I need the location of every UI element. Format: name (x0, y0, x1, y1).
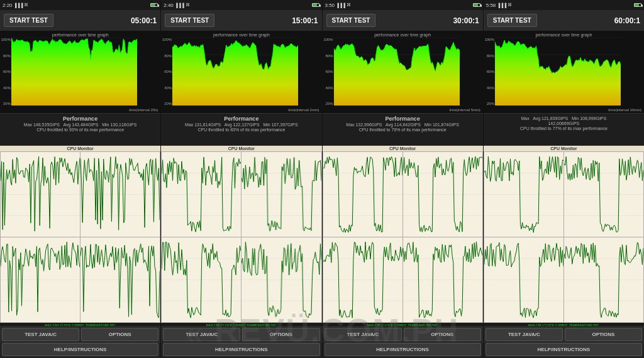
cpu-core-canvas-2 (484, 237, 564, 322)
graph-label: performance over time graph (374, 33, 431, 37)
help-button[interactable]: HELP/INSTRUCTIONS (325, 343, 481, 356)
cpu-monitor: CPU Monitor MAX CPU CLOCK:2,008HZ; TEMPE… (323, 146, 483, 326)
perf-stats-section: Max Avg 121,839GIPS Min 108,999GIPS 142,… (484, 113, 644, 146)
perf-stats-section: Performance Max 131,614GIPS Avg 122,137G… (161, 113, 321, 146)
y-label: 40% (323, 86, 333, 90)
timer-display: 15:00:1 (292, 16, 318, 25)
phone-screen-3: 3:50 ▐▐▐ ⌘ START TEST 30:00:1 performanc… (323, 0, 484, 358)
cpu-core-canvas-3 (80, 237, 160, 322)
cpu-core-2 (323, 237, 402, 322)
start-test-button[interactable]: START TEST (4, 14, 53, 27)
status-right (634, 3, 641, 7)
x-label: time(interval 10min) (608, 108, 641, 112)
perf-stats: Max 132,996GIPS Avg 114,642GIPS Min 101,… (325, 122, 480, 127)
help-button[interactable]: HELP/INSTRUCTIONS (163, 343, 319, 356)
perf-canvas (334, 38, 460, 106)
y-label: 80% (323, 54, 333, 58)
perf-throttle: CPU throttled to 83% of its max performa… (164, 127, 319, 132)
cpu-core-2 (162, 237, 241, 322)
cpu-core-canvas-0 (323, 152, 402, 237)
battery-icon (634, 3, 641, 7)
perf-canvas (172, 38, 298, 106)
options-button[interactable]: OPTIONS (242, 328, 319, 341)
test-java-button[interactable]: TEST JAVA/C (163, 328, 240, 341)
timer-display: 60:00:1 (614, 16, 640, 25)
cpu-core-canvas-0 (484, 152, 564, 237)
status-left: 2:40 ▐▐▐ ⌘ (164, 3, 189, 8)
cpu-core-canvas-1 (564, 152, 643, 237)
time-display: 2:40 (164, 3, 174, 8)
test-java-button[interactable]: TEST JAVA/C (325, 328, 402, 341)
help-button[interactable]: HELP/INSTRUCTIONS (2, 343, 158, 356)
perf-title: Performance (325, 116, 480, 122)
battery-icon (473, 3, 480, 7)
performance-graph: performance over time graph 100%80%60%40… (323, 31, 483, 113)
cpu-monitor-title: CPU Monitor (484, 146, 644, 151)
cpu-grid (161, 151, 321, 323)
status-bar: 5:58 ▐▐▐ ⌘ (484, 0, 644, 10)
y-label: 80% (1, 54, 11, 58)
help-button[interactable]: HELP/INSTRUCTIONS (486, 343, 642, 356)
perf-canvas (495, 38, 621, 106)
start-test-button[interactable]: START TEST (487, 14, 537, 27)
status-right (150, 3, 158, 7)
y-label: 20% (484, 102, 494, 106)
test-java-button[interactable]: TEST JAVA/C (2, 328, 79, 341)
options-button[interactable]: OPTIONS (404, 328, 481, 341)
start-test-button[interactable]: START TEST (165, 14, 214, 27)
time-display: 2:20 (3, 3, 13, 8)
test-java-button[interactable]: TEST JAVA/C (486, 328, 563, 341)
cpu-monitor-title: CPU Monitor (323, 146, 483, 151)
status-left: 5:58 ▐▐▐ ⌘ (486, 3, 512, 8)
cpu-monitor-title: CPU Monitor (0, 146, 160, 151)
signal-icon: ▐▐▐ (336, 3, 345, 8)
cpu-core-1 (564, 152, 643, 237)
top-bar: START TEST 60:00:1 (484, 10, 644, 31)
cpu-core-canvas-2 (162, 237, 241, 322)
graph-y-labels: 100%80%60%40%20% (323, 38, 334, 106)
start-test-button[interactable]: START TEST (326, 14, 376, 27)
cpu-footer: MAX CPU CLOCK:2,008HZ; TEMPERATURE:50C (0, 323, 160, 326)
bottom-buttons: TEST JAVA/C OPTIONS (484, 326, 644, 343)
cpu-core-canvas-3 (242, 237, 321, 322)
perf-throttle: CPU throttled to 79% of its max performa… (325, 127, 480, 132)
y-label: 100% (484, 38, 494, 41)
top-bar: START TEST 05:00:1 (0, 10, 160, 31)
y-label: 40% (162, 86, 172, 90)
perf-title: Performance (164, 116, 319, 122)
cpu-grid (0, 151, 160, 323)
cpu-core-3 (80, 237, 160, 322)
x-label: time(interval 5min) (449, 108, 480, 112)
status-bar: 2:20 ▐▐▐ ⌘ (0, 0, 160, 10)
perf-canvas (11, 38, 137, 106)
options-button[interactable]: OPTIONS (81, 328, 158, 341)
graph-y-labels: 100%80%60%40%20% (161, 38, 172, 106)
cpu-core-canvas-0 (162, 152, 241, 237)
cpu-core-0 (1, 152, 80, 237)
y-label: 100% (323, 38, 333, 41)
cpu-core-canvas-1 (80, 152, 160, 237)
performance-graph: performance over time graph 100%80%60%40… (161, 31, 321, 113)
wifi-icon: ⌘ (186, 3, 190, 8)
wifi-icon: ⌘ (508, 3, 512, 8)
wifi-icon: ⌘ (347, 3, 351, 8)
y-label: 20% (323, 102, 333, 106)
phone-screen-4: 5:58 ▐▐▐ ⌘ START TEST 60:00:1 performanc… (484, 0, 644, 358)
cpu-monitor: CPU Monitor MAX CPU CLOCK:2,008HZ; TEMPE… (161, 146, 321, 326)
cpu-grid (484, 151, 644, 323)
cpu-core-canvas-2 (1, 237, 80, 322)
bottom-buttons: TEST JAVA/C OPTIONS (0, 326, 160, 343)
options-button[interactable]: OPTIONS (565, 328, 642, 341)
cpu-core-2 (484, 237, 564, 322)
signal-icon: ▐▐▐ (175, 3, 184, 8)
graph-y-labels: 100%80%60%40%20% (484, 38, 495, 106)
phone-screen-2: 2:40 ▐▐▐ ⌘ START TEST 15:00:1 performanc… (161, 0, 322, 358)
perf-title: Performance (3, 116, 158, 122)
performance-graph: performance over time graph 100%80%60%40… (484, 31, 644, 113)
cpu-core-3 (242, 237, 321, 322)
graph-label: performance over time graph (535, 33, 592, 37)
signal-icon: ▐▐▐ (14, 3, 23, 8)
cpu-footer: MAX CPU CLOCK:2,008HZ; TEMPERATURE:50C (161, 323, 321, 326)
status-right (473, 3, 480, 7)
graph-label: performance over time graph (213, 33, 270, 37)
